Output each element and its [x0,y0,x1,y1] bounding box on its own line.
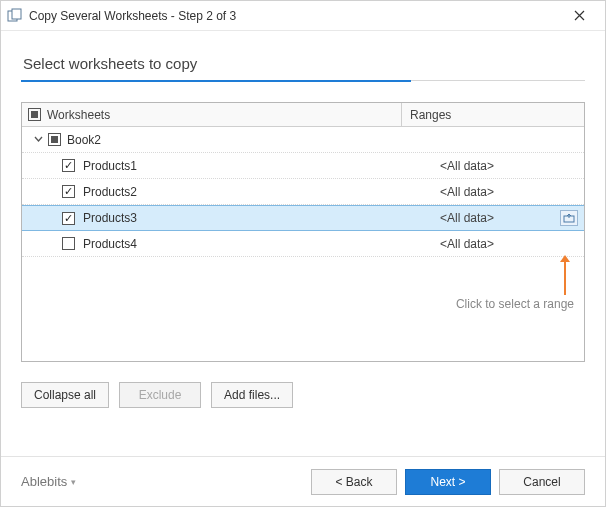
brand-menu[interactable]: Ablebits ▾ [21,474,76,489]
sheet-range-value: <All data> [440,211,494,225]
tree-rows: Book2 Products1 <All data> Products2 <Al… [22,127,584,257]
column-header-ranges[interactable]: Ranges [402,108,584,122]
app-icon [7,8,23,24]
header-tristate-checkbox[interactable] [28,108,41,121]
titlebar: Copy Several Worksheets - Step 2 of 3 [1,1,605,31]
progress-line [21,80,585,82]
column-header-ranges-label: Ranges [410,108,451,122]
column-header-worksheets[interactable]: Worksheets [22,103,402,126]
workbook-tristate-checkbox[interactable] [48,133,61,146]
collapse-all-button[interactable]: Collapse all [21,382,109,408]
sheet-checkbox[interactable] [62,212,75,225]
next-button[interactable]: Next > [405,469,491,495]
sheet-checkbox[interactable] [62,185,75,198]
sheet-name: Products1 [83,159,137,173]
sheet-row[interactable]: Products1 <All data> [22,153,584,179]
footer: Ablebits ▾ < Back Next > Cancel [1,456,605,506]
sheet-row[interactable]: Products2 <All data> [22,179,584,205]
page-heading: Select worksheets to copy [23,55,585,72]
back-button[interactable]: < Back [311,469,397,495]
annotation-text: Click to select a range [456,297,574,311]
chevron-down-icon: ▾ [71,477,76,487]
annotation-arrow-icon [564,261,566,295]
sheet-range[interactable]: <All data> [432,210,584,226]
exclude-button: Exclude [119,382,201,408]
cancel-button[interactable]: Cancel [499,469,585,495]
brand-label: Ablebits [21,474,67,489]
sheet-row[interactable]: Products4 <All data> [22,231,584,257]
dialog-window: Copy Several Worksheets - Step 2 of 3 Se… [0,0,606,507]
close-button[interactable] [559,2,599,30]
worksheet-grid: Worksheets Ranges Book2 Prod [21,102,585,362]
sheet-range[interactable]: <All data> [432,185,584,199]
sheet-range[interactable]: <All data> [432,237,584,251]
sheet-row-selected[interactable]: Products3 <All data> [22,205,584,231]
sheet-name: Products3 [83,211,137,225]
content-area: Select worksheets to copy Worksheets Ran… [1,31,605,456]
sheet-range[interactable]: <All data> [432,159,584,173]
window-title: Copy Several Worksheets - Step 2 of 3 [29,9,559,23]
column-header-worksheets-label: Worksheets [47,108,110,122]
chevron-down-icon[interactable] [32,135,44,144]
range-picker-button[interactable] [560,210,578,226]
sheet-checkbox[interactable] [62,159,75,172]
sheet-checkbox[interactable] [62,237,75,250]
svg-rect-1 [12,9,21,19]
annotation: Click to select a range [456,261,574,311]
workbook-row[interactable]: Book2 [22,127,584,153]
add-files-button[interactable]: Add files... [211,382,293,408]
sheet-name: Products2 [83,185,137,199]
grid-header: Worksheets Ranges [22,103,584,127]
workbook-name: Book2 [67,133,101,147]
action-row: Collapse all Exclude Add files... [21,382,585,408]
sheet-name: Products4 [83,237,137,251]
